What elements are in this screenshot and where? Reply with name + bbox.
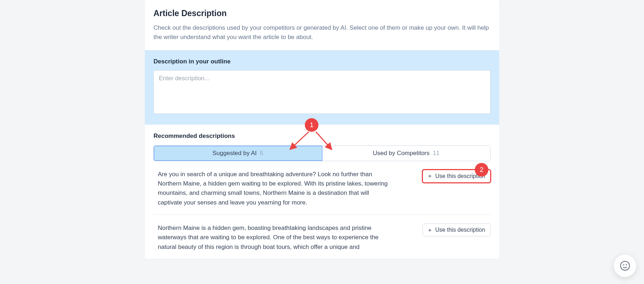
use-this-description-button[interactable]: + Use this description: [423, 223, 491, 236]
tabs: Suggested by AI 5 Used by Competitors 11: [153, 145, 491, 161]
annotation-badge-1: 1: [305, 118, 318, 132]
svg-point-3: [621, 261, 630, 270]
outline-section: Description in your outline: [145, 50, 499, 125]
tab-suggested-by-ai[interactable]: Suggested by AI 5: [154, 146, 322, 161]
page-title: Article Description: [153, 9, 491, 18]
recommended-title: Recommended descriptions: [153, 133, 491, 140]
plus-icon: +: [428, 173, 431, 179]
suggestion-text: Are you in search of a unique and breath…: [158, 170, 394, 207]
tab-count: 5: [260, 150, 263, 157]
plus-icon: +: [428, 227, 431, 233]
card-header: Article Description Check out the descri…: [145, 0, 499, 50]
outline-label: Description in your outline: [153, 58, 491, 65]
recommended-section: Recommended descriptions Suggested by AI…: [145, 125, 499, 259]
annotation-badge-2: 2: [475, 163, 488, 177]
svg-point-4: [624, 265, 624, 265]
badge-text: 2: [480, 166, 484, 174]
suggestion-text: Northern Maine is a hidden gem, boasting…: [158, 223, 394, 252]
page-subtitle: Check out the descriptions used by your …: [153, 23, 491, 42]
use-button-label: Use this description: [435, 227, 485, 233]
tab-label: Used by Competitors: [373, 150, 430, 157]
description-input[interactable]: [153, 70, 491, 114]
badge-text: 1: [310, 121, 314, 129]
tab-label: Suggested by AI: [213, 150, 257, 157]
smiley-icon: [620, 260, 630, 271]
svg-point-5: [626, 265, 626, 265]
tab-used-by-competitors[interactable]: Used by Competitors 11: [322, 146, 491, 161]
article-description-card: Article Description Check out the descri…: [145, 0, 499, 259]
feedback-widget-button[interactable]: [614, 255, 636, 277]
suggestion-row: Northern Maine is a hidden gem, boasting…: [153, 215, 491, 259]
tab-count: 11: [433, 150, 440, 157]
suggestion-row: Are you in search of a unique and breath…: [153, 161, 491, 215]
